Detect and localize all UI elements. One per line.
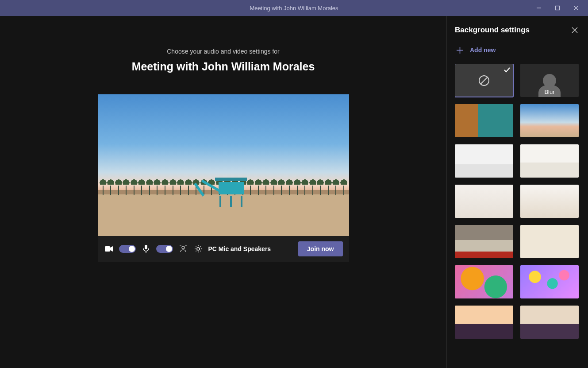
background-tile-white2[interactable] <box>520 185 579 218</box>
background-settings-panel: Background settings Add new Blur <box>447 16 588 368</box>
plus-icon <box>455 45 465 55</box>
camera-toggle[interactable] <box>119 245 136 253</box>
device-settings-icon[interactable] <box>193 244 203 254</box>
window-controls <box>530 0 585 16</box>
background-tile-room2[interactable] <box>520 144 579 178</box>
background-tile-beach[interactable] <box>520 104 579 137</box>
background-tile-none[interactable] <box>455 64 513 97</box>
svg-rect-1 <box>556 6 560 10</box>
background-grid-scroll[interactable]: Blur <box>455 64 580 364</box>
panel-close-button[interactable] <box>569 25 580 35</box>
svg-point-10 <box>197 248 200 250</box>
svg-rect-4 <box>105 246 110 252</box>
background-tile-label: Blur <box>520 89 579 95</box>
check-icon <box>503 66 511 75</box>
background-tile-empty[interactable] <box>520 225 579 258</box>
settings-prompt: Choose your audio and video settings for <box>167 48 280 55</box>
mic-icon <box>141 244 151 254</box>
svg-line-16 <box>480 77 488 84</box>
camera-icon <box>104 244 114 254</box>
background-grid: Blur <box>455 64 577 339</box>
video-preview <box>98 94 349 236</box>
window-maximize-button[interactable] <box>548 0 567 16</box>
prejoin-controls: PC Mic and Speakers Join now <box>98 236 349 262</box>
background-tile-balls1[interactable] <box>455 265 513 298</box>
background-tile-arch[interactable] <box>520 306 579 339</box>
background-tile-office[interactable] <box>455 104 513 137</box>
mic-toggle[interactable] <box>156 245 173 253</box>
svg-rect-5 <box>145 245 147 249</box>
background-tile-blur[interactable]: Blur <box>520 64 579 97</box>
titlebar: Meeting with John William Morales <box>0 0 588 16</box>
join-now-button[interactable]: Join now <box>298 241 343 256</box>
background-tile-bridge[interactable] <box>455 306 513 339</box>
background-tile-room1[interactable] <box>455 144 513 178</box>
background-tile-white1[interactable] <box>455 185 513 218</box>
prejoin-main: Choose your audio and video settings for… <box>0 16 447 368</box>
avatar-icon <box>543 74 556 87</box>
background-tile-balls2[interactable] <box>520 265 579 298</box>
device-label[interactable]: PC Mic and Speakers <box>208 245 271 252</box>
preview-card: PC Mic and Speakers Join now <box>98 94 349 262</box>
svg-point-7 <box>182 246 184 249</box>
background-effects-icon[interactable] <box>178 244 188 254</box>
meeting-title: Meeting with John William Morales <box>132 60 315 73</box>
none-icon <box>478 74 490 87</box>
background-tile-loft[interactable] <box>455 225 513 258</box>
add-new-label: Add new <box>470 46 496 54</box>
window-close-button[interactable] <box>567 0 585 16</box>
window-title: Meeting with John William Morales <box>250 5 338 12</box>
workspace: Choose your audio and video settings for… <box>0 16 588 368</box>
panel-title: Background settings <box>455 26 530 35</box>
add-new-button[interactable]: Add new <box>455 45 580 55</box>
window-minimize-button[interactable] <box>530 0 548 16</box>
